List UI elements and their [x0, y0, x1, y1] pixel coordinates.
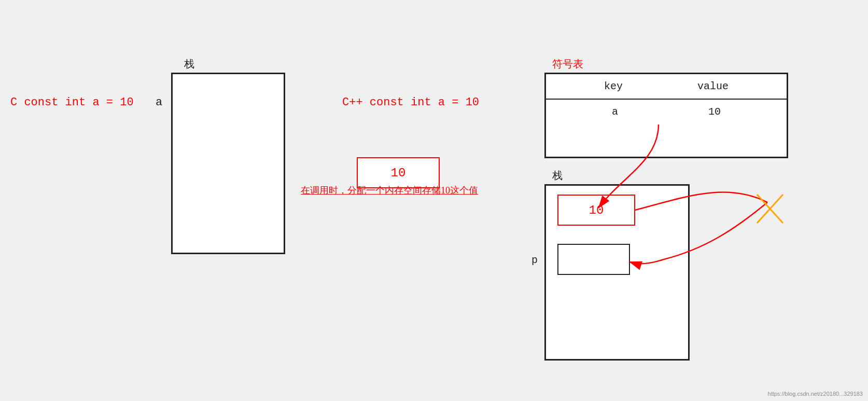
pointer-box	[557, 244, 630, 275]
watermark: https://blog.csdn.net/z20180...329183	[768, 391, 863, 397]
value-text-right: 10	[589, 203, 604, 217]
value-box-right: 10	[557, 195, 635, 226]
cpp-const-label: C++ const int a = 10	[342, 96, 479, 109]
calltime-text: 在调用时，分配一个内存空间存储10这个值	[301, 184, 478, 197]
col-value: value	[697, 80, 729, 92]
p-label: p	[531, 254, 538, 266]
symbol-table-row: a 10	[546, 100, 787, 124]
arrows-svg	[0, 0, 868, 401]
svg-line-1	[757, 195, 783, 223]
c-const-label: C const int a = 10	[10, 96, 134, 109]
a-label-left: a	[156, 96, 162, 109]
row-key: a	[612, 106, 618, 118]
symbol-table-box: key value a 10	[544, 73, 788, 158]
value-text-left: 10	[391, 166, 406, 180]
symbol-table-header: key value	[546, 74, 787, 100]
row-value: 10	[708, 106, 721, 118]
svg-line-0	[757, 195, 783, 223]
stack-box-left: 10	[171, 73, 285, 254]
col-key: key	[604, 80, 623, 92]
stack-title-right: 栈	[552, 169, 563, 183]
canvas: C const int a = 10 a 栈 10 C++ const int …	[0, 0, 868, 401]
stack-title-left: 栈	[184, 57, 194, 71]
symbol-table-title: 符号表	[552, 57, 583, 71]
value-box-left: 10	[357, 157, 440, 188]
